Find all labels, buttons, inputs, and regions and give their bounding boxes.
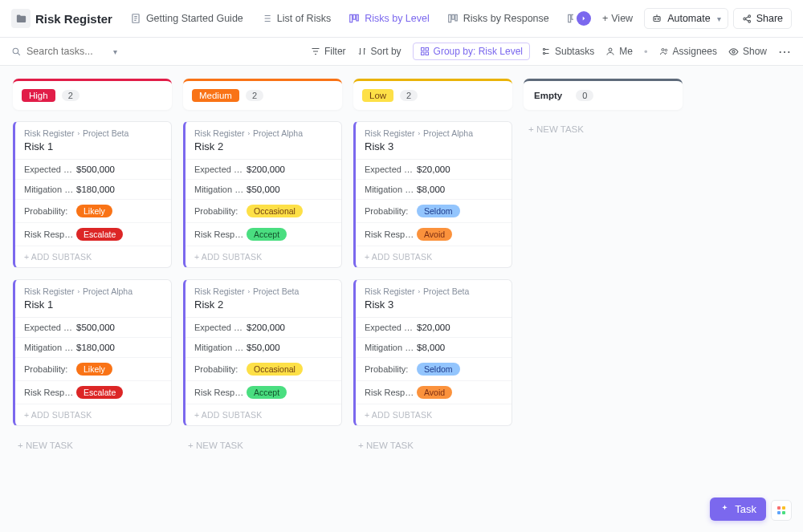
automate-button[interactable]: Automate ▾: [644, 8, 728, 29]
column-count: 2: [62, 90, 79, 101]
svg-rect-8: [572, 14, 573, 19]
svg-point-21: [609, 48, 612, 51]
field-label: Mitigation …: [365, 185, 417, 194]
search-box[interactable]: ▾: [11, 46, 117, 57]
probability-badge: Seldom: [417, 363, 460, 376]
list-icon: [261, 13, 272, 24]
apps-button[interactable]: [771, 500, 792, 521]
tab-getting-started-guide[interactable]: Getting Started Guide: [122, 6, 251, 30]
view-tabs: Getting Started GuideList of RisksRisks …: [122, 6, 573, 30]
more-views-badge[interactable]: [577, 11, 591, 26]
eye-icon: [728, 47, 739, 57]
response-badge: Escalate: [76, 386, 123, 399]
svg-rect-5: [452, 14, 454, 19]
group-by-button[interactable]: Group by: Risk Level: [413, 43, 530, 60]
field-label: Risk Respo…: [365, 229, 417, 239]
field-label: Probability:: [194, 206, 247, 216]
tab-risks-by-status[interactable]: Risks by Status: [559, 6, 573, 30]
filter-button[interactable]: Filter: [311, 46, 346, 57]
card-title: Risk 2: [194, 298, 332, 311]
card-title: Risk 1: [24, 298, 162, 311]
column-header-high[interactable]: High2: [13, 79, 172, 110]
search-input[interactable]: [26, 46, 107, 57]
show-button[interactable]: Show: [728, 46, 767, 57]
new-task-fab[interactable]: Task: [710, 497, 766, 521]
breadcrumb: Risk Register›Project Beta: [24, 128, 162, 138]
field-label: Expected C…: [194, 164, 247, 174]
field-label: Risk Respo…: [24, 229, 76, 239]
field-label: Expected C…: [24, 323, 76, 332]
mitigation-cost: $50,000: [247, 343, 280, 352]
svg-point-24: [732, 50, 735, 52]
me-button[interactable]: Me: [605, 46, 633, 57]
svg-point-23: [665, 49, 667, 51]
new-task-button[interactable]: + NEW TASK: [524, 121, 683, 140]
column-label: High: [22, 89, 55, 102]
tab-risks-by-response[interactable]: Risks by Response: [439, 6, 557, 30]
response-badge: Avoid: [417, 228, 452, 241]
tab-list-of-risks[interactable]: List of Risks: [253, 6, 339, 30]
share-button[interactable]: Share: [733, 8, 792, 29]
field-label: Expected C…: [194, 323, 247, 332]
robot-icon: [651, 13, 662, 24]
risk-card[interactable]: Risk Register›Project AlphaRisk 2Expecte…: [183, 121, 342, 268]
add-view-button[interactable]: + View: [596, 8, 639, 29]
add-subtask-button[interactable]: + ADD SUBTASK: [15, 246, 171, 267]
risk-card[interactable]: Risk Register›Project AlphaRisk 1Expecte…: [13, 279, 172, 426]
column-header-low[interactable]: Low2: [353, 79, 512, 110]
expected-cost: $200,000: [247, 323, 285, 332]
response-badge: Accept: [247, 386, 287, 399]
users-icon: [659, 47, 669, 56]
svg-rect-18: [426, 48, 429, 51]
field-label: Mitigation …: [194, 343, 247, 352]
mitigation-cost: $180,000: [76, 343, 115, 352]
subtasks-button[interactable]: Subtasks: [541, 46, 594, 57]
board-icon: [447, 13, 459, 24]
svg-rect-6: [455, 14, 457, 21]
tab-risks-by-level[interactable]: Risks by Level: [340, 6, 438, 30]
column-medium: Medium2Risk Register›Project AlphaRisk 2…: [183, 79, 342, 457]
new-task-button[interactable]: + NEW TASK: [353, 437, 512, 457]
sort-button[interactable]: Sort by: [357, 46, 402, 57]
risk-card[interactable]: Risk Register›Project BetaRisk 2Expected…: [183, 279, 342, 426]
sparkle-icon: [719, 504, 730, 514]
probability-badge: Seldom: [417, 205, 460, 217]
expected-cost: $20,000: [417, 164, 450, 174]
grid-icon: [777, 506, 785, 514]
column-label: Low: [362, 89, 393, 102]
field-label: Risk Respo…: [194, 229, 247, 239]
card-title: Risk 2: [194, 140, 332, 152]
card-title: Risk 3: [365, 298, 503, 311]
new-task-button[interactable]: + NEW TASK: [183, 437, 342, 457]
field-label: Risk Respo…: [194, 388, 247, 397]
svg-rect-3: [357, 14, 358, 21]
add-subtask-button[interactable]: + ADD SUBTASK: [185, 404, 341, 425]
risk-card[interactable]: Risk Register›Project AlphaRisk 3Expecte…: [353, 121, 512, 268]
more-options-button[interactable]: ⋯: [778, 44, 792, 59]
app-header: Risk Register Getting Started GuideList …: [0, 0, 803, 38]
field-label: Mitigation …: [24, 343, 76, 352]
field-label: Probability:: [24, 206, 76, 216]
risk-card[interactable]: Risk Register›Project BetaRisk 3Expected…: [353, 279, 512, 426]
column-header-medium[interactable]: Medium2: [183, 79, 342, 110]
card-title: Risk 1: [24, 140, 162, 152]
chevron-down-icon[interactable]: ▾: [113, 47, 117, 56]
field-label: Probability:: [194, 364, 247, 374]
add-subtask-button[interactable]: + ADD SUBTASK: [356, 404, 512, 425]
field-label: Probability:: [24, 364, 76, 374]
field-label: Probability:: [365, 364, 417, 374]
page-title: Risk Register: [35, 12, 112, 26]
risk-card[interactable]: Risk Register›Project BetaRisk 1Expected…: [13, 121, 172, 268]
expected-cost: $20,000: [417, 323, 450, 332]
add-subtask-button[interactable]: + ADD SUBTASK: [15, 404, 171, 425]
expected-cost: $200,000: [247, 164, 285, 174]
column-header-empty[interactable]: Empty0: [524, 79, 683, 110]
add-subtask-button[interactable]: + ADD SUBTASK: [356, 246, 512, 267]
column-empty: Empty0+ NEW TASK: [524, 79, 683, 140]
add-subtask-button[interactable]: + ADD SUBTASK: [185, 246, 341, 267]
search-icon: [11, 47, 22, 57]
column-count: 2: [400, 90, 418, 101]
field-label: Risk Respo…: [365, 388, 417, 397]
assignees-button[interactable]: Assignees: [659, 46, 717, 57]
new-task-button[interactable]: + NEW TASK: [13, 437, 172, 457]
